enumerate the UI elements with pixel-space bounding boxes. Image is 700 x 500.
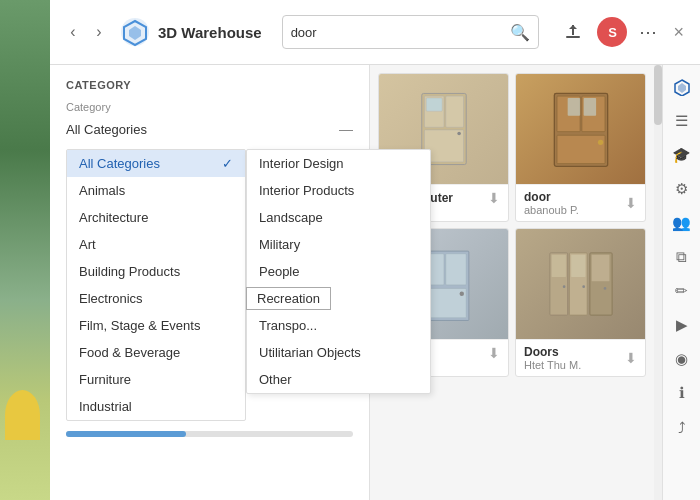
cat-item-interior-design[interactable]: Interior Design [247,150,430,177]
upload-button[interactable] [557,16,589,48]
sidebar-icon-settings[interactable]: ⚙ [668,175,696,203]
result-card-info-4: Doors Htet Thu M. ⬇ [516,339,645,376]
all-categories-row: All Categories — [66,117,353,141]
logo-area: 3D Warehouse [120,17,262,47]
scrollbar-track[interactable] [654,65,662,500]
result-card-img-2 [516,74,645,184]
more-button[interactable]: ⋯ [635,17,661,47]
sidebar: CATEGORY Category All Categories — All C… [50,65,370,500]
cat-item-furniture[interactable]: Furniture [67,366,245,393]
cat-item-building[interactable]: Building Products [67,258,245,285]
nav-forward-button[interactable]: › [88,21,110,43]
right-sidebar: ☰ 🎓 ⚙ 👥 ⧉ ✏ ▶ ◉ ℹ ⤴ [662,65,700,500]
cat-item-industrial[interactable]: Industrial [67,393,245,420]
sidebar-icon-movie[interactable]: ▶ [668,311,696,339]
search-button[interactable]: 🔍 [510,23,530,42]
search-bar[interactable]: 🔍 [282,15,540,49]
svg-rect-18 [583,98,595,116]
svg-point-10 [457,132,461,136]
recreation-tooltip: Recreation [246,287,331,310]
sidebar-icon-education[interactable]: 🎓 [668,141,696,169]
search-input[interactable] [291,25,511,40]
cat-item-landscape[interactable]: Landscape [247,204,430,231]
result-card-author-2: abanoub P. [524,204,579,216]
upload-icon [563,22,583,42]
logo-icon [120,17,150,47]
svg-rect-15 [557,135,605,163]
result-card-author-4: Htet Thu M. [524,359,581,371]
cat-item-people[interactable]: People [247,258,430,285]
collapse-icon[interactable]: — [339,121,353,137]
checkmark-icon: ✓ [222,156,233,171]
svg-rect-21 [445,254,465,285]
svg-rect-28 [571,255,585,277]
svg-marker-5 [569,25,577,29]
door-svg-2 [541,89,621,169]
cat-label-all: All Categories [79,156,160,171]
close-button[interactable]: × [669,18,688,47]
sidebar-icon-components[interactable]: ⧉ [668,243,696,271]
category-label: Category [66,101,353,113]
cat-item-interior-products[interactable]: Interior Products [247,177,430,204]
cat-item-food[interactable]: Food & Beverage [67,339,245,366]
header: ‹ › 3D Warehouse 🔍 S [50,0,700,65]
svg-rect-3 [566,36,580,38]
svg-point-30 [562,285,565,288]
avatar[interactable]: S [597,17,627,47]
result-card-title-2: door [524,190,579,204]
svg-rect-8 [445,96,463,127]
result-card-img-4 [516,229,645,339]
result-card-info-2: door abanoub P. ⬇ [516,184,645,221]
cat-item-all[interactable]: All Categories ✓ [67,150,245,177]
cat-item-film[interactable]: Film, Stage & Events [67,312,245,339]
cat-item-animals[interactable]: Animals [67,177,245,204]
download-icon-3[interactable]: ⬇ [488,345,500,361]
viewport-background [0,0,50,500]
result-card-doors[interactable]: Doors Htet Thu M. ⬇ [515,228,646,377]
svg-point-32 [603,287,606,290]
all-categories-text: All Categories [66,122,147,137]
svg-marker-34 [678,83,686,93]
svg-point-23 [459,292,463,296]
door-svg-4 [541,244,621,324]
nav-back-button[interactable]: ‹ [62,21,84,43]
sidebar-icon-export[interactable]: ⤴ [668,413,696,441]
cat-item-utilitarian[interactable]: Utilitarian Objects [247,339,430,366]
header-actions: S ⋯ × [557,16,688,48]
sidebar-icon-info[interactable]: ℹ [668,379,696,407]
cat-item-transportation[interactable]: Transpo... [247,312,430,339]
scroll-thumb [66,431,186,437]
sidebar-icon-warehouse[interactable] [668,73,696,101]
result-card-door[interactable]: door abanoub P. ⬇ [515,73,646,222]
sidebar-icon-glasses[interactable]: ◉ [668,345,696,373]
sidebar-icon-people[interactable]: 👥 [668,209,696,237]
sidebar-title: CATEGORY [66,79,353,91]
svg-rect-17 [567,98,579,116]
svg-point-31 [582,285,585,288]
sidebar-icon-layers[interactable]: ☰ [668,107,696,135]
svg-rect-29 [591,255,609,282]
content-area: CATEGORY Category All Categories — All C… [50,65,700,500]
download-icon-4[interactable]: ⬇ [625,350,637,366]
main-panel: ‹ › 3D Warehouse 🔍 S [50,0,700,500]
download-icon-1[interactable]: ⬇ [488,190,500,206]
scroll-bar[interactable] [66,431,353,437]
svg-rect-27 [551,255,565,277]
download-icon-2[interactable]: ⬇ [625,195,637,211]
result-card-title-4: Doors [524,345,581,359]
cat-item-art[interactable]: Art [67,231,245,258]
left-category-list: All Categories ✓ Animals Architecture Ar… [66,149,246,421]
sidebar-icon-pen[interactable]: ✏ [668,277,696,305]
cat-item-other[interactable]: Other [247,366,430,393]
dropdown-container: All Categories ✓ Animals Architecture Ar… [66,149,353,421]
svg-rect-11 [426,98,442,111]
cat-item-military[interactable]: Military [247,231,430,258]
cat-item-electronics[interactable]: Electronics [67,285,245,312]
svg-point-16 [597,140,602,145]
nav-arrows: ‹ › [62,21,110,43]
scrollbar-thumb [654,65,662,125]
logo-text: 3D Warehouse [158,24,262,41]
cat-item-architecture[interactable]: Architecture [67,204,245,231]
right-category-list: Interior Design Interior Products Landsc… [246,149,431,394]
